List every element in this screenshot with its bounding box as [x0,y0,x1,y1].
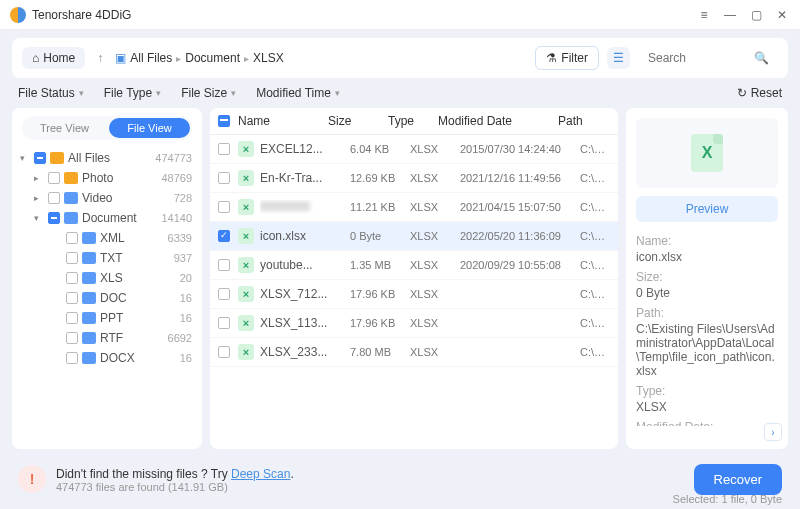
tree-node[interactable]: ▸ Video 728 [18,188,196,208]
expand-icon[interactable]: ▸ [34,173,44,183]
cell-path: C:\Existing Files... [580,259,610,271]
tree-node[interactable]: XLS 20 [18,268,196,288]
deep-scan-hint: Didn't find the missing files ? Try Deep… [56,466,294,481]
filter-button[interactable]: ⚗ Filter [535,46,599,70]
row-checkbox[interactable] [218,346,230,358]
tree-view-tab[interactable]: Tree View [24,118,105,138]
list-view-toggle[interactable]: ☰ [607,47,630,69]
tree-checkbox[interactable] [48,192,60,204]
meta-path-label: Path: [636,306,778,320]
cell-type: XLSX [410,259,460,271]
menu-icon[interactable]: ≡ [696,7,712,23]
cell-size: 6.04 KB [350,143,410,155]
table-row[interactable]: youtube... 1.35 MB XLSX 2020/09/29 10:55… [210,251,618,280]
reset-button[interactable]: ↻Reset [737,86,782,100]
tree-node[interactable]: ▸ Photo 48769 [18,168,196,188]
col-size[interactable]: Size [328,114,388,128]
table-row[interactable]: EXCEL12... 6.04 KB XLSX 2015/07/30 14:24… [210,135,618,164]
file-size-dropdown[interactable]: File Size▾ [181,86,236,100]
expand-icon[interactable]: ▾ [20,153,30,163]
meta-type-label: Type: [636,384,778,398]
tree-checkbox[interactable] [66,252,78,264]
expand-icon[interactable]: ▸ [34,193,44,203]
maximize-button[interactable]: ▢ [748,7,764,23]
tree-node[interactable]: PPT 16 [18,308,196,328]
tree-node[interactable]: ▾ All Files 474773 [18,148,196,168]
tree-checkbox[interactable] [34,152,46,164]
meta-type-value: XLSX [636,400,778,414]
cell-type: XLSX [410,201,460,213]
tree-count: 16 [180,312,192,324]
row-checkbox[interactable] [218,288,230,300]
modified-time-dropdown[interactable]: Modified Time▾ [256,86,340,100]
file-type-dropdown[interactable]: File Type▾ [104,86,161,100]
meta-path-value: C:\Existing Files\Users\Administrator\Ap… [636,322,778,378]
row-checkbox[interactable] [218,317,230,329]
table-row[interactable]: XLSX_712... 17.96 KB XLSX C:\RAW Files\x… [210,280,618,309]
breadcrumb-item[interactable]: All Files [130,51,172,65]
toolbar: ⌂ Home ↑ ▣ All Files ▸ Document ▸ XLSX ⚗… [12,38,788,78]
file-status-dropdown[interactable]: File Status▾ [18,86,84,100]
tree-count: 474773 [155,152,192,164]
close-button[interactable]: ✕ [774,7,790,23]
cell-path: C:\Existing Files... [580,201,610,213]
search-input[interactable] [648,51,748,65]
select-all-checkbox[interactable] [218,115,230,127]
breadcrumb-item[interactable]: XLSX [253,51,284,65]
row-checkbox[interactable] [218,230,230,242]
table-row[interactable]: XLSX_113... 17.96 KB XLSX C:\RAW Files\x… [210,309,618,338]
tree-node[interactable]: ▾ Document 14140 [18,208,196,228]
title-bar: Tenorshare 4DDiG ≡ — ▢ ✕ [0,0,800,30]
xlsx-badge-icon [238,286,254,302]
tree-node[interactable]: RTF 6692 [18,328,196,348]
col-date[interactable]: Modified Date [438,114,558,128]
col-type[interactable]: Type [388,114,438,128]
table-row[interactable]: 11.21 KB XLSX 2021/04/15 15:07:50 C:\Exi… [210,193,618,222]
expand-panel-button[interactable]: › [764,423,782,441]
tree-node[interactable]: DOCX 16 [18,348,196,368]
row-checkbox[interactable] [218,143,230,155]
tree-node[interactable]: XML 6339 [18,228,196,248]
deep-scan-link[interactable]: Deep Scan [231,467,290,481]
tree-count: 16 [180,352,192,364]
tree-checkbox[interactable] [48,212,60,224]
minimize-button[interactable]: — [722,7,738,23]
up-button[interactable]: ↑ [93,51,107,65]
tree-count: 20 [180,272,192,284]
row-checkbox[interactable] [218,259,230,271]
cell-name: icon.xlsx [260,229,350,243]
cell-type: XLSX [410,230,460,242]
tree-node[interactable]: TXT 937 [18,248,196,268]
preview-button[interactable]: Preview [636,196,778,222]
cell-name: En-Kr-Tra... [260,171,350,185]
cell-path: C:\Existing Files... [580,230,610,242]
tree-node[interactable]: DOC 16 [18,288,196,308]
cell-name: XLSX_233... [260,345,350,359]
search-icon[interactable]: 🔍 [754,51,769,65]
tree-checkbox[interactable] [66,292,78,304]
tree-label: XML [100,231,164,245]
cell-type: XLSX [410,317,460,329]
tree-checkbox[interactable] [48,172,60,184]
preview-panel: X Preview Name: icon.xlsx Size: 0 Byte P… [626,108,788,449]
tree-checkbox[interactable] [66,332,78,344]
breadcrumb-item[interactable]: Document [185,51,240,65]
col-name[interactable]: Name [238,114,328,128]
col-path[interactable]: Path [558,114,610,128]
recover-button[interactable]: Recover [694,464,782,495]
tree-checkbox[interactable] [66,352,78,364]
folder-icon [82,272,96,284]
row-checkbox[interactable] [218,172,230,184]
tree-checkbox[interactable] [66,272,78,284]
tree-checkbox[interactable] [66,232,78,244]
table-row[interactable]: En-Kr-Tra... 12.69 KB XLSX 2021/12/16 11… [210,164,618,193]
row-checkbox[interactable] [218,201,230,213]
expand-icon[interactable]: ▾ [34,213,44,223]
file-view-tab[interactable]: File View [109,118,190,138]
tree-checkbox[interactable] [66,312,78,324]
table-row[interactable]: XLSX_233... 7.80 MB XLSX C:\RAW Files\xl… [210,338,618,367]
table-row[interactable]: icon.xlsx 0 Byte XLSX 2022/05/20 11:36:0… [210,222,618,251]
home-button[interactable]: ⌂ Home [22,47,85,69]
folder-icon [82,332,96,344]
warning-icon: ! [18,465,46,493]
